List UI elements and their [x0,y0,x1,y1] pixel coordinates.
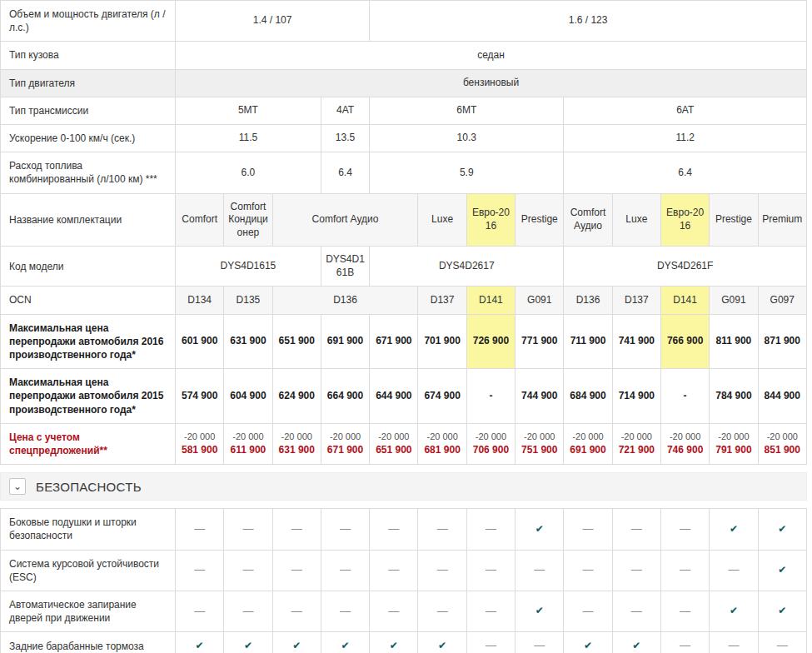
special-offer-price: 671 900 [324,444,366,457]
chevron-down-icon: ⌄ [13,481,22,491]
discount-amount: -20 000 [227,431,269,442]
feature-dash: — [176,509,224,550]
price-2015-cell: 664 900 [321,369,369,424]
model-code-cell: DYS4D161B [321,247,369,287]
special-offer-price: 706 900 [470,444,512,457]
price-2016-cell: 601 900 [176,314,224,369]
spec-row: Максимальная цена перепродажи автомобиля… [1,314,807,369]
spec-value-cell: 13.5 [321,124,369,152]
spec-row: Ускорение 0-100 км/ч (сек.)11.513.510.31… [1,124,807,152]
feature-dash: — [370,550,418,591]
feature-dash: — [272,591,321,631]
spec-value-cell: бензиновый [176,69,807,97]
feature-check-icon: ✔ [710,509,758,550]
ocn-cell: D136 [564,287,612,314]
feature-dash: — [612,550,660,591]
row-label: Боковые подушки и шторки безопасности [1,509,176,550]
trim-name-cell: Luxe [612,193,660,247]
ocn-cell: G097 [758,287,806,314]
feature-dash: — [660,632,709,653]
feature-dash: — [612,591,660,631]
feature-dash: — [612,509,660,550]
discount-amount: -20 000 [421,431,463,442]
trim-name-cell: Prestige [710,193,758,247]
spec-value-cell: 6MT [370,97,564,124]
safety-row: Система курсовой устойчивости (ESC)—————… [1,550,807,591]
spec-value-cell: 6.4 [321,152,369,193]
section-collapse-button[interactable]: ⌄ [9,478,26,495]
feature-dash: — [224,591,272,631]
price-2015-cell: - [466,369,515,424]
feature-check-icon: ✔ [758,550,806,591]
feature-check-icon: ✔ [321,632,369,653]
price-2016-cell: 771 900 [516,314,564,369]
feature-dash: — [418,591,466,631]
price-2016-cell: 691 900 [321,314,369,369]
feature-dash: — [710,550,758,591]
spec-value-cell: 6.4 [564,152,807,193]
ocn-cell-highlighted: D141 [466,287,515,314]
feature-dash: — [321,591,369,631]
ocn-cell: D136 [272,287,418,314]
row-label: Название комплектации [1,193,176,247]
feature-dash: — [176,550,224,591]
feature-dash: — [466,509,515,550]
ocn-cell: D135 [224,287,272,314]
discount-amount: -20 000 [276,431,318,442]
safety-row: Задние барабанные тормоза✔✔✔✔✔✔——✔✔——— [1,632,807,653]
ocn-cell: G091 [516,287,564,314]
feature-dash: — [564,509,612,550]
trim-name-cell: Comfort [176,193,224,247]
special-offer-price: 581 900 [178,444,221,457]
price-2015-cell: 674 900 [418,369,466,424]
feature-check-icon: ✔ [516,509,564,550]
special-offer-cell: -20 000751 900 [516,423,564,464]
spec-value-cell: седан [176,42,807,69]
spec-row: Максимальная цена перепродажи автомобиля… [1,369,807,424]
price-2015-cell: 574 900 [176,369,224,424]
discount-amount: -20 000 [324,431,366,442]
spec-row: Цена с учетом спецпредложений**-20 00058… [1,423,807,464]
price-2016-cell: 671 900 [370,314,418,369]
spec-value-cell: 5MT [176,97,321,124]
feature-dash: — [564,591,612,631]
special-offer-price: 681 900 [421,444,463,457]
spec-value-cell: 6.0 [176,152,321,193]
price-2016-cell: 711 900 [564,314,612,369]
feature-check-icon: ✔ [758,509,806,550]
price-2015-cell: - [660,369,709,424]
feature-dash: — [224,509,272,550]
feature-check-icon: ✔ [516,591,564,631]
model-code-cell: DYS4D1615 [176,247,321,287]
trim-name-cell: Comfort Кондиционер [224,193,272,247]
row-label: Расход топлива комбинированный (л/100 км… [1,152,176,193]
feature-dash: — [418,550,466,591]
feature-dash: — [272,550,321,591]
feature-dash: — [466,632,515,653]
feature-check-icon: ✔ [758,591,806,631]
discount-amount: -20 000 [664,431,706,442]
discount-amount: -20 000 [518,431,560,442]
feature-dash: — [272,509,321,550]
feature-dash: — [321,550,369,591]
price-2015-cell: 684 900 [564,369,612,424]
row-label: Код модели [1,247,176,287]
discount-amount: -20 000 [615,431,658,442]
price-2015-cell: 744 900 [516,369,564,424]
price-2015-cell: 844 900 [758,369,806,424]
row-label: Тип кузова [1,42,176,69]
special-offer-cell: -20 000671 900 [321,423,369,464]
discount-amount: -20 000 [372,431,415,442]
discount-amount: -20 000 [178,431,221,442]
model-code-cell: DYS4D261F [564,247,807,287]
feature-dash: — [516,632,564,653]
row-label: Автоматическое запирание дверей при движ… [1,591,176,631]
special-offer-price: 721 900 [615,444,658,457]
ocn-cell: G091 [710,287,758,314]
price-2015-cell: 784 900 [710,369,758,424]
spec-row: Объем и мощность двигателя (л / л.с.)1.4… [1,1,807,42]
spec-value-cell: 1.4 / 107 [176,1,370,42]
trim-name-cell: Comfort Аудио [564,193,612,247]
trim-name-cell: Luxe [418,193,466,247]
ocn-cell: D137 [418,287,466,314]
